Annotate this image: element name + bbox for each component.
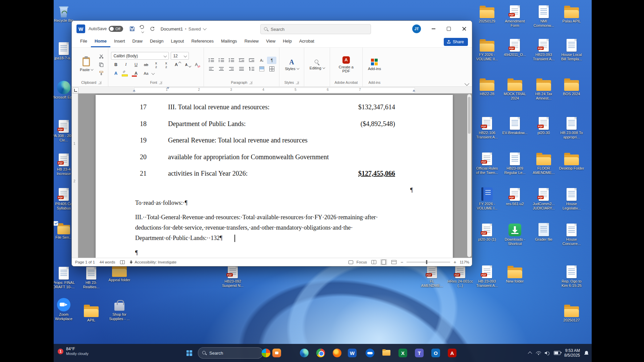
- notification-bell-icon[interactable]: [584, 351, 588, 355]
- right-indent-marker[interactable]: [413, 89, 415, 92]
- vertical-ruler[interactable]: 12: [72, 94, 78, 258]
- underline-button[interactable]: [131, 61, 141, 68]
- increase-indent-button[interactable]: [247, 57, 256, 64]
- vertical-scrollbar[interactable]: [467, 94, 471, 257]
- desktop-icon-desktop-folder[interactable]: Desktop Folder: [559, 150, 584, 171]
- menu-tab-file[interactable]: File: [76, 37, 91, 47]
- show-formatting-marks-button[interactable]: [267, 57, 276, 64]
- desktop-icon-20250129[interactable]: 20250129: [474, 3, 500, 23]
- desktop-icon-zoom-workplace[interactable]: Zoom Workplace: [54, 297, 76, 321]
- title-search-box[interactable]: Search: [260, 24, 371, 34]
- wifi-icon[interactable]: [536, 351, 541, 355]
- to-read-line[interactable]: To·read·as·follows:·¶: [135, 199, 187, 206]
- tab-selector[interactable]: [73, 87, 78, 93]
- desktop-icon-house-legislativ[interactable]: House Legislativ...: [559, 186, 584, 210]
- horizontal-ruler[interactable]: 1234567: [72, 87, 472, 94]
- doc-line-17[interactable]: 17III. Total local revenue and resources…: [96, 103, 453, 113]
- font-color-button[interactable]: [131, 70, 141, 77]
- clipboard-dialog-launcher[interactable]: [98, 81, 101, 84]
- font-name-select[interactable]: Calibri (Body): [111, 52, 169, 60]
- desktop-icon-pl20-30-1[interactable]: pl20-30 (1): [474, 222, 500, 242]
- weather-widget[interactable]: 1 84°F Mostly cloudy: [58, 347, 89, 356]
- styles-dialog-launcher[interactable]: [296, 81, 299, 84]
- menu-tab-acrobat[interactable]: Acrobat: [296, 37, 318, 47]
- font-size-select[interactable]: 12: [171, 52, 189, 60]
- clear-formatting-button[interactable]: [192, 61, 201, 68]
- doc-line-19[interactable]: 19General Revenue: Total local revenue a…: [96, 136, 453, 146]
- desktop-icon-apil[interactable]: APIL: [78, 302, 104, 322]
- multilevel-list-button[interactable]: [227, 57, 236, 64]
- menu-tab-home[interactable]: Home: [91, 37, 110, 47]
- accessibility-status[interactable]: Accessibility: Investigate: [129, 260, 177, 264]
- document-title[interactable]: Document1 • Saved: [161, 26, 206, 32]
- shading-button[interactable]: [257, 65, 266, 73]
- font-dialog-launcher[interactable]: [159, 81, 162, 84]
- change-case-button[interactable]: [141, 70, 151, 77]
- desktop-icon-judcomm2-judiciary[interactable]: JudComm2... JUDICIARY...: [531, 186, 556, 210]
- web-layout-button[interactable]: [390, 259, 397, 265]
- line-spacing-button[interactable]: [247, 65, 256, 73]
- tray-overflow-icon[interactable]: [528, 351, 532, 356]
- word-app-icon[interactable]: [76, 24, 85, 33]
- word-count[interactable]: 44 words: [100, 260, 115, 264]
- text-effects-button[interactable]: [111, 70, 120, 77]
- desktop-icon-palau-apil[interactable]: Palau APIL: [559, 3, 584, 23]
- autosave-control[interactable]: AutoSave Off: [89, 26, 123, 32]
- bold-button[interactable]: [111, 61, 120, 68]
- desktop-icon-rep-ogo-to-kim-6-15-25[interactable]: Rep. Ogo to Kim 6-15-25: [559, 263, 584, 288]
- desktop-icon-hb-23-008-to-appropri[interactable]: HB 23-008 To appropri...: [559, 115, 584, 139]
- justify-button[interactable]: [237, 65, 246, 73]
- desktop-icon-hb-23-093-transient-a[interactable]: HB 23-093 Transient A...: [474, 263, 500, 288]
- document-page[interactable]: ¶ To·read·as·follows:·¶ ¶ 17III. Total l…: [96, 95, 453, 258]
- body-line-1[interactable]: III.··Total·General·Revenue·and·resource…: [135, 214, 378, 221]
- desktop-icon-grader-file[interactable]: Grader file: [531, 222, 556, 242]
- taskbar-app-firefox[interactable]: [331, 347, 343, 359]
- menu-tab-references[interactable]: References: [187, 37, 217, 47]
- print-layout-button[interactable]: [380, 259, 387, 265]
- redo-button[interactable]: [147, 24, 157, 34]
- desktop-icon-props-final-draft-10[interactable]: Props: FINAL DRAFT 10-...: [54, 265, 76, 289]
- zoom-level[interactable]: 117%: [460, 260, 469, 264]
- create-pdf-button[interactable]: Create a PDF: [333, 50, 360, 79]
- desktop-icon-new-folder[interactable]: New folder: [502, 263, 528, 284]
- menu-tab-design[interactable]: Design: [146, 37, 167, 47]
- desktop-icon-fy-2026-volume-i[interactable]: FY 2026 -VOLUME I...: [474, 186, 500, 210]
- shrink-font-button[interactable]: [181, 61, 191, 68]
- desktop-icon-downloads-shortcut[interactable]: Downloads - Shortcut: [502, 222, 528, 246]
- taskbar-app-acrobat[interactable]: [446, 347, 459, 359]
- menu-tab-insert[interactable]: Insert: [110, 37, 129, 47]
- doc-line-20[interactable]: 20available for appropriation for Common…: [96, 153, 453, 163]
- desktop-icon-house-local-bill-templa[interactable]: House Local Bill Templa...: [559, 37, 584, 61]
- copy-button[interactable]: [97, 61, 105, 68]
- taskbar-app-edge[interactable]: [298, 347, 311, 359]
- desktop-icon-official-rules-of-the-twen[interactable]: Official Rules of the Twen...: [474, 150, 500, 175]
- desktop-icon-amendment-form[interactable]: Amendment Form: [502, 3, 528, 28]
- desktop-icon-bos-2024[interactable]: BOS 2024: [559, 76, 584, 96]
- desktop-icon-hb22-28[interactable]: HB22-28: [474, 76, 500, 96]
- paragraph-dialog-launcher[interactable]: [249, 81, 252, 84]
- clock[interactable]: 9:53 AM 8/5/2025: [564, 348, 580, 358]
- scrollbar-thumb[interactable]: [468, 97, 471, 134]
- desktop-icon-house-concurre[interactable]: House Concurre...: [559, 222, 584, 246]
- start-button[interactable]: [182, 346, 196, 360]
- align-right-button[interactable]: [227, 65, 236, 73]
- autosave-toggle[interactable]: Off: [109, 26, 123, 32]
- taskbar-app-teams[interactable]: [413, 347, 426, 359]
- taskbar-app-chrome[interactable]: [314, 347, 327, 359]
- desktop-icon-recycle-bin[interactable]: Recycle Bin: [54, 3, 76, 23]
- desktop-icon-hb23-093-transient-a[interactable]: HB23-093 Transient A...: [531, 37, 556, 61]
- minimize-button[interactable]: [426, 21, 441, 37]
- menu-tab-layout[interactable]: Layout: [167, 37, 187, 47]
- body-line-2[interactable]: deductions·for·debt·service,·revenue·tra…: [135, 224, 353, 231]
- menu-tab-draw[interactable]: Draw: [129, 37, 146, 47]
- zoom-slider-knob[interactable]: [426, 260, 427, 264]
- decrease-indent-button[interactable]: [237, 57, 246, 64]
- collapse-ribbon-icon[interactable]: [465, 81, 469, 86]
- desktop[interactable]: Recycle Binjpa18-?-a...Microsoft EdgePA …: [54, 0, 592, 362]
- taskbar-app-onedrive[interactable]: [364, 347, 376, 359]
- menu-tab-mailings[interactable]: Mailings: [217, 37, 241, 47]
- first-line-indent-marker[interactable]: [167, 87, 169, 89]
- styles-button[interactable]: Styles: [282, 50, 301, 79]
- paste-button[interactable]: Paste: [77, 50, 95, 79]
- battery-icon[interactable]: [554, 351, 560, 355]
